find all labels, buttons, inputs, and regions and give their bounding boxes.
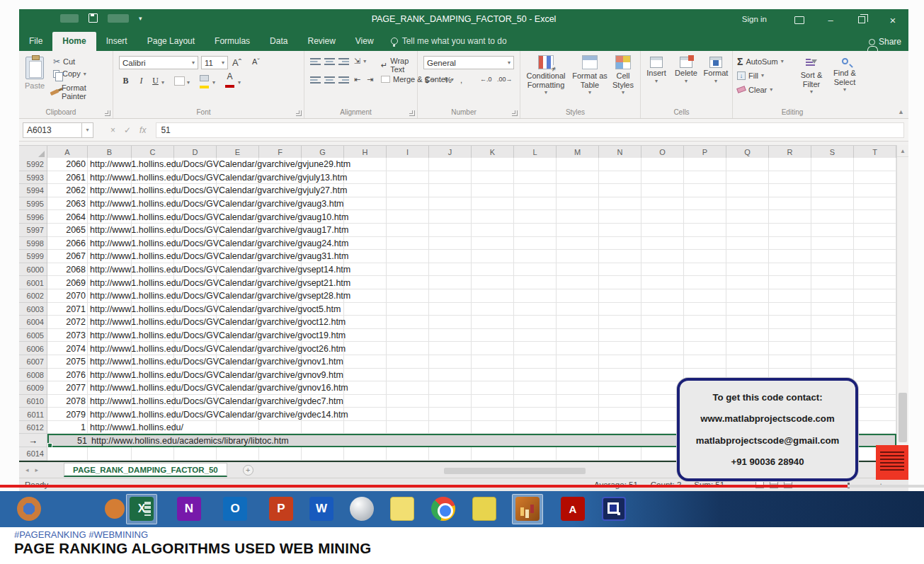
row-header[interactable]: 6003 <box>19 303 47 316</box>
orientation-button[interactable]: ⇲▾ <box>354 57 366 66</box>
underline-dropdown[interactable]: ▾ <box>161 79 164 86</box>
column-header-J[interactable]: J <box>429 146 472 159</box>
wrap-text-button[interactable]: ↵Wrap Text <box>381 57 417 74</box>
taskbar-icon-skype[interactable] <box>350 497 374 521</box>
cell-index[interactable]: 2073 <box>47 330 88 340</box>
cell-url[interactable]: http://www1.hollins.edu/Docs/GVCalendar/… <box>88 238 348 248</box>
conditional-formatting-button[interactable]: Conditional Formatting▾ <box>523 55 569 96</box>
name-box[interactable]: A6013 <box>23 122 82 138</box>
table-row[interactable]: 59992067http://www1.hollins.edu/Docs/GVC… <box>19 250 896 263</box>
row-cells[interactable]: 2068http://www1.hollins.edu/Docs/GVCalen… <box>47 263 896 277</box>
font-color-dropdown[interactable]: ▾ <box>238 79 241 86</box>
taskbar-icon-powerpoint[interactable]: P <box>269 497 293 521</box>
row-cells[interactable]: 2060http://www1.hollins.edu/Docs/GVCalen… <box>47 158 896 171</box>
cell-url[interactable]: http://www1.hollins.edu/Docs/GVCalendar/… <box>88 251 348 261</box>
find-select-button[interactable]: Find & Select▾ <box>829 58 860 93</box>
cell-url[interactable]: http://www1.hollins.edu/Docs/GVCalendar/… <box>88 357 343 367</box>
table-row[interactable]: 60012069http://www1.hollins.edu/Docs/GVC… <box>19 276 896 289</box>
row-header[interactable]: 5995 <box>19 197 47 211</box>
tab-home[interactable]: Home <box>52 32 96 51</box>
row-cells[interactable]: 2073http://www1.hollins.edu/Docs/GVCalen… <box>47 329 896 343</box>
increase-indent-button[interactable]: ⇥ <box>367 75 373 84</box>
sheet-nav-right-icon[interactable]: ▸ <box>35 466 39 473</box>
percent-button[interactable]: % <box>445 76 452 84</box>
row-header[interactable]: 6002 <box>19 289 47 303</box>
tab-file[interactable]: File <box>19 32 52 51</box>
row-header[interactable]: 5994 <box>19 184 47 197</box>
accounting-format-button[interactable]: $▾ <box>425 76 435 84</box>
ribbon-display-options-button[interactable] <box>784 9 815 30</box>
tab-page-layout[interactable]: Page Layout <box>137 32 205 51</box>
table-row[interactable]: 60022070http://www1.hollins.edu/Docs/GVC… <box>19 289 896 303</box>
table-row[interactable]: 60052073http://www1.hollins.edu/Docs/GVC… <box>19 329 896 343</box>
row-header[interactable]: 6006 <box>19 342 47 355</box>
column-header-K[interactable]: K <box>472 146 514 159</box>
row-header[interactable]: 5992 <box>19 158 47 171</box>
row-header[interactable]: 5999 <box>19 250 47 263</box>
row-cells[interactable]: 2063http://www1.hollins.edu/Docs/GVCalen… <box>47 197 896 211</box>
cell-url[interactable]: http://www1.hollins.edu/Docs/GVCalendar/… <box>88 173 347 183</box>
cell-url[interactable]: http://www1.hollins.edu/Docs/GVCalendar/… <box>88 291 350 301</box>
increase-decimal-button[interactable]: ←.0 <box>480 76 492 83</box>
decrease-decimal-button[interactable]: .00→ <box>497 76 513 83</box>
collapse-ribbon-icon[interactable]: ▲ <box>898 108 904 115</box>
comma-button[interactable]: , <box>460 76 462 84</box>
cell-index[interactable]: 51 <box>49 436 89 446</box>
add-sheet-button[interactable]: + <box>243 465 253 476</box>
cell-index[interactable]: 2062 <box>47 185 88 195</box>
taskbar-icon-acrobat[interactable]: A <box>561 497 585 521</box>
tab-insert[interactable]: Insert <box>96 32 137 51</box>
column-header-M[interactable]: M <box>557 146 599 159</box>
cell-url[interactable]: http://www1.hollins.edu/Docs/GVCalendar/… <box>88 370 343 380</box>
row-header[interactable]: 5997 <box>19 224 47 237</box>
column-header-P[interactable]: P <box>684 146 726 159</box>
cell-url[interactable]: http://www1.hollins.edu/ <box>88 422 183 432</box>
cell-index[interactable]: 2060 <box>47 159 88 169</box>
clear-button[interactable]: Clear▾ <box>737 84 772 96</box>
row-cells[interactable]: 2071http://www1.hollins.edu/Docs/GVCalen… <box>47 303 896 316</box>
cell-url[interactable]: http://www1.hollins.edu/Docs/GVCalendar/… <box>88 212 348 222</box>
tab-formulas[interactable]: Formulas <box>205 32 260 51</box>
column-header-Q[interactable]: Q <box>726 146 769 159</box>
cell-url[interactable]: http://www1.hollins.edu/Docs/GVCalendar/… <box>88 330 346 340</box>
font-color-button[interactable]: A <box>225 73 234 89</box>
paste-button[interactable]: Paste <box>25 57 45 90</box>
row-header[interactable]: 6014 <box>19 447 47 461</box>
column-header-O[interactable]: O <box>641 146 684 159</box>
row-cells[interactable]: 2064http://www1.hollins.edu/Docs/GVCalen… <box>47 210 896 224</box>
cell-index[interactable]: 2063 <box>47 199 88 209</box>
row-header[interactable]: 5998 <box>19 237 47 251</box>
cell-index[interactable]: 2075 <box>47 357 88 367</box>
borders-dropdown[interactable]: ▾ <box>187 79 190 86</box>
cell-styles-button[interactable]: Cell Styles▾ <box>607 55 639 96</box>
column-header-B[interactable]: B <box>88 146 132 159</box>
cell-index[interactable]: 2076 <box>47 370 88 380</box>
column-header-E[interactable]: E <box>217 146 259 159</box>
tell-me-box[interactable]: Tell me what you want to do <box>384 32 514 51</box>
table-row[interactable]: 60032071http://www1.hollins.edu/Docs/GVC… <box>19 303 896 316</box>
cancel-icon[interactable]: × <box>110 125 115 135</box>
row-header[interactable]: 6005 <box>19 329 47 343</box>
row-header[interactable]: 6009 <box>19 381 47 395</box>
sign-in-link[interactable]: Sign in <box>742 15 767 23</box>
column-header-T[interactable]: T <box>854 146 896 159</box>
table-row[interactable]: 59982066http://www1.hollins.edu/Docs/GVC… <box>19 237 896 251</box>
cut-button[interactable]: ✂Cut <box>53 57 75 67</box>
cell-index[interactable]: 2067 <box>47 251 88 261</box>
clipboard-dialog-launcher[interactable] <box>105 110 110 116</box>
cell-index[interactable]: 2079 <box>47 410 88 420</box>
column-header-R[interactable]: R <box>769 146 811 159</box>
maximize-restore-button[interactable] <box>846 9 877 30</box>
format-button[interactable]: Format▾ <box>702 57 730 84</box>
align-top-button[interactable] <box>310 58 321 66</box>
row-header[interactable]: 6001 <box>19 276 47 289</box>
taskbar-icon-screen-recorder[interactable] <box>602 497 626 521</box>
row-cells[interactable]: 2075http://www1.hollins.edu/Docs/GVCalen… <box>47 355 896 369</box>
row-header[interactable]: 6007 <box>19 355 47 369</box>
row-cells[interactable]: 2074http://www1.hollins.edu/Docs/GVCalen… <box>47 342 896 355</box>
taskbar-icon-sticky-notes[interactable] <box>390 497 414 521</box>
number-format-select[interactable]: General▾ <box>423 56 514 69</box>
taskbar-icon-outlook[interactable]: O <box>223 497 247 521</box>
column-header-S[interactable]: S <box>811 146 854 159</box>
fill-color-button[interactable] <box>200 75 209 90</box>
